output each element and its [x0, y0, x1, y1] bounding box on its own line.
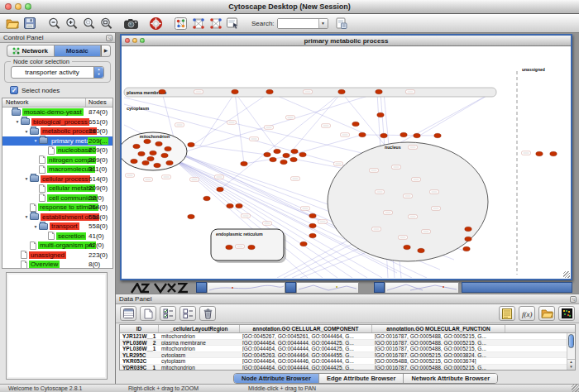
- annotation-icon[interactable]: [224, 16, 242, 31]
- save-icon[interactable]: [21, 16, 38, 31]
- tab-edge-attribute-browser[interactable]: Edge Attribute Browser: [319, 374, 404, 383]
- function-builder-icon[interactable]: f(x): [519, 306, 535, 321]
- column-header[interactable]: annotation.GO MOLECULAR_FUNCTION: [372, 325, 505, 332]
- network-view-window[interactable]: primary metabolic process: [120, 34, 572, 280]
- tree-row[interactable]: multi-organism pro42(0): [2, 241, 112, 251]
- file-icon: [48, 146, 55, 155]
- tab-overflow-arrow-icon[interactable]: ▶: [101, 45, 111, 57]
- new-attribute-icon[interactable]: [140, 306, 156, 321]
- tree-row[interactable]: mosaic-demo-yeast874(0): [2, 108, 112, 117]
- background-window-titlebar[interactable]: [462, 282, 572, 293]
- tree-row[interactable]: ▼metabolic process280(0): [2, 127, 112, 136]
- zoom-in-icon[interactable]: [63, 16, 80, 31]
- zoom-out-icon[interactable]: [45, 16, 63, 31]
- background-window-fragment[interactable]: [296, 282, 359, 293]
- zoom-selected-icon[interactable]: [80, 16, 98, 31]
- table-row[interactable]: YDR039C__1mitochondrion[GO:0044464, GO:0…: [120, 365, 567, 370]
- tree-row[interactable]: ▼primary metabo209(...: [2, 136, 112, 146]
- search-combobox[interactable]: ▼: [277, 18, 328, 29]
- expand-arrow-icon[interactable]: ▼: [23, 129, 30, 134]
- network-graph[interactable]: plasma membrane cytoplasm mitochondrion …: [122, 46, 571, 278]
- tab-network[interactable]: Network: [7, 45, 54, 57]
- unselect-attributes-icon[interactable]: [179, 306, 196, 321]
- node-color-select[interactable]: transporter activity ▲▼: [11, 66, 104, 79]
- search-input[interactable]: [278, 19, 318, 28]
- matrix-icon[interactable]: [558, 306, 575, 321]
- column-header[interactable]: ID: [120, 325, 159, 332]
- data-panel-float-icon[interactable]: ◹: [570, 296, 577, 303]
- control-panel-float-icon[interactable]: ◹: [106, 35, 112, 41]
- control-panel-title: Control Panel: [3, 34, 43, 41]
- import-attributes-icon[interactable]: [538, 306, 555, 321]
- new-network-icon[interactable]: [172, 16, 189, 31]
- snapshot-icon[interactable]: [122, 16, 140, 31]
- column-header[interactable]: annotation.GO CELLULAR_COMPONENT: [240, 325, 372, 332]
- tree-col-network[interactable]: Network: [2, 98, 86, 107]
- nucleus-label: nucleus: [385, 145, 401, 150]
- background-window-thumbnail[interactable]: [130, 283, 189, 294]
- select-nodes-checkbox[interactable]: ✓: [10, 86, 18, 94]
- tree-row[interactable]: ▼transport558(0): [2, 222, 112, 232]
- table-row[interactable]: YKR052Ccytoplasm[GO:0044464, GO:0044446,…: [120, 358, 567, 365]
- tab-node-attribute-browser[interactable]: Node Attribute Browser: [234, 374, 319, 383]
- zoom-fit-icon[interactable]: [98, 16, 115, 31]
- table-row[interactable]: YPL036W__2plasma membrane[GO:0044464, GO…: [120, 340, 567, 347]
- nucleus-region[interactable]: [328, 142, 488, 261]
- expand-arrow-icon[interactable]: ▼: [14, 119, 21, 124]
- table-scrollbar[interactable]: ▲▼: [567, 333, 575, 370]
- scrollbar-thumb[interactable]: [568, 334, 574, 348]
- network-zoom-button[interactable]: [140, 38, 145, 43]
- network-copy-with-view-icon[interactable]: [189, 16, 207, 31]
- tree-row[interactable]: secretion41(0): [2, 232, 112, 241]
- tree-row[interactable]: ▼biological_process651(0): [2, 117, 112, 127]
- table-row[interactable]: YLR295Ccytoplasm[GO:0045263, GO:0044464,…: [120, 352, 567, 359]
- expand-arrow-icon[interactable]: ▼: [32, 138, 39, 143]
- background-window-edge[interactable]: [374, 282, 385, 293]
- tree-row[interactable]: nitrogen compo209(0): [2, 155, 112, 165]
- zoom-window-button[interactable]: [25, 3, 31, 10]
- attribute-panel-settings-icon[interactable]: [120, 306, 136, 321]
- tree-row[interactable]: response to stimulu264(0): [2, 203, 112, 213]
- select-stepper-icon[interactable]: ▲▼: [93, 67, 103, 78]
- network-canvas[interactable]: plasma membrane cytoplasm mitochondrion …: [122, 46, 571, 278]
- expand-arrow-icon[interactable]: ▼: [23, 176, 30, 181]
- tree-row[interactable]: ▼establishment of lo558(0): [2, 213, 112, 222]
- expand-arrow-icon[interactable]: ▼: [32, 224, 39, 229]
- minimize-button[interactable]: [15, 3, 22, 10]
- close-button[interactable]: [5, 3, 12, 10]
- window-resize-grip[interactable]: [572, 385, 579, 392]
- network-window-resize-grip[interactable]: [563, 271, 570, 278]
- select-attributes-icon[interactable]: [160, 306, 176, 321]
- tree-row[interactable]: Overview8(0): [2, 260, 112, 269]
- tab-network-attribute-browser[interactable]: Network Attribute Browser: [404, 374, 497, 383]
- notes-icon[interactable]: [499, 306, 515, 321]
- file-icon: [48, 232, 55, 240]
- table-row[interactable]: YJR121W__1mitochondrion[GO:0045267, GO:0…: [120, 333, 567, 340]
- tree-row[interactable]: macromolecule311(0): [2, 165, 112, 174]
- expand-arrow-icon[interactable]: ▼: [23, 214, 30, 219]
- tree-col-nodes[interactable]: Nodes: [86, 98, 112, 107]
- network-close-button[interactable]: [125, 38, 130, 43]
- help-icon[interactable]: [147, 16, 165, 31]
- background-window-fragment[interactable]: [207, 282, 285, 293]
- network-copy-without-view-icon[interactable]: [207, 16, 224, 31]
- background-window-edge[interactable]: [196, 282, 207, 293]
- birds-eye-view[interactable]: [6, 272, 108, 380]
- tab-mosaic[interactable]: Mosaic: [54, 45, 102, 57]
- network-window-titlebar[interactable]: primary metabolic process: [122, 36, 571, 46]
- search-dropdown-arrow-icon[interactable]: ▼: [318, 19, 328, 28]
- open-file-icon[interactable]: [3, 16, 21, 31]
- network-minimize-button[interactable]: [132, 38, 137, 43]
- tree-row[interactable]: cell communicat22(0): [2, 194, 112, 203]
- background-window-fragment[interactable]: [385, 282, 459, 293]
- tree-row[interactable]: nucleobase-209(0): [2, 146, 112, 155]
- column-header[interactable]: _cellularLayoutRegion: [159, 325, 240, 332]
- table-row[interactable]: YPL036W__1mitochondrion[GO:0044464, GO:0…: [120, 346, 567, 352]
- tree-row[interactable]: cellular metabo209(0): [2, 184, 112, 194]
- scrollbar-arrows[interactable]: ▲▼: [567, 359, 575, 370]
- tree-row[interactable]: ▼cellular process614(0): [2, 174, 112, 184]
- background-window-edge[interactable]: [285, 282, 296, 293]
- advanced-search-icon[interactable]: [333, 16, 351, 31]
- delete-attribute-icon[interactable]: [199, 306, 216, 321]
- tree-row[interactable]: unassigned223(0): [2, 251, 112, 261]
